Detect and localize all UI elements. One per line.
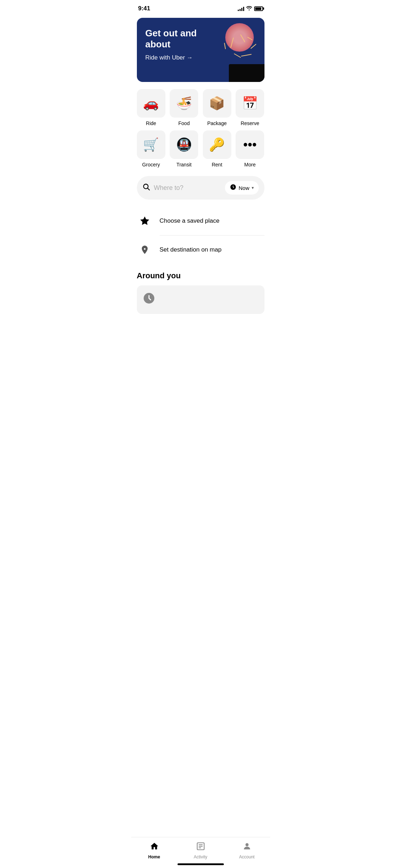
service-item-grocery[interactable]: 🛒Grocery [137,130,166,167]
hero-banner[interactable]: Get out and about Ride with Uber → [137,18,264,82]
service-item-reserve[interactable]: 📅Reserve [236,89,264,126]
svg-point-10 [245,843,248,846]
now-button[interactable]: Now ▾ [225,181,258,195]
service-icon-rent: 🔑 [203,130,231,159]
search-icon [143,183,150,193]
wifi-icon [246,6,252,11]
service-label-grocery: Grocery [142,162,160,167]
saved-place-action[interactable]: Choose a saved place [137,207,264,235]
signal-icon [238,6,244,11]
map-destination-action[interactable]: Set destination on map [137,236,264,264]
service-label-rent: Rent [212,162,222,167]
service-icon-reserve: 📅 [236,89,264,118]
battery-icon [254,6,263,11]
service-label-ride: Ride [146,120,156,126]
spark-6 [233,53,241,58]
around-card-icon [143,292,155,308]
spark-5 [224,43,226,49]
service-item-food[interactable]: 🍜Food [170,89,199,126]
main-content: 9:41 Get out and about Ride with Uber → [131,0,270,353]
tab-label-activity: Activity [194,854,207,859]
search-section: Where to? Now ▾ [131,173,270,207]
map-destination-label: Set destination on map [160,246,222,253]
tab-activity[interactable]: Activity [178,842,224,859]
tab-icon-home [150,842,159,853]
service-icon-package: 📦 [203,89,231,118]
tab-label-home: Home [148,854,160,859]
around-you-title: Around you [137,271,264,280]
status-icons [238,6,263,11]
service-icon-ride: 🚗 [137,89,165,118]
tab-icon-account [242,842,252,853]
chevron-down-icon: ▾ [252,185,254,190]
service-item-package[interactable]: 📦Package [203,89,232,126]
home-indicator [178,863,224,865]
tab-account[interactable]: Account [224,842,270,859]
service-item-more[interactable]: •••More [236,130,264,167]
search-placeholder: Where to? [154,184,222,192]
around-you-section: Around you [131,264,270,317]
tab-label-account: Account [239,854,255,859]
service-label-more: More [244,162,256,167]
svg-marker-2 [140,217,149,225]
service-icon-food: 🍜 [170,89,198,118]
service-label-food: Food [178,120,190,126]
service-icon-more: ••• [236,130,264,159]
service-item-rent[interactable]: 🔑Rent [203,130,232,167]
now-label: Now [238,185,249,191]
service-label-package: Package [207,120,227,126]
status-bar: 9:41 [131,0,270,15]
around-you-card[interactable] [137,285,264,314]
service-icon-transit: 🚇 [170,130,198,159]
service-icon-grocery: 🛒 [137,130,165,159]
status-time: 9:41 [138,5,150,12]
map-pin-icon [137,242,153,258]
quick-actions: Choose a saved place Set destination on … [131,207,270,264]
service-label-transit: Transit [176,162,191,167]
service-grid: 🚗Ride🍜Food📦Package📅Reserve🛒Grocery🚇Trans… [131,89,270,173]
hero-black-box [229,64,264,82]
spark-2 [241,54,252,56]
tab-home[interactable]: Home [131,842,178,859]
svg-point-4 [144,248,145,250]
saved-place-label: Choose a saved place [160,217,220,224]
hero-title: Get out and about [145,28,206,50]
service-item-transit[interactable]: 🚇Transit [170,130,199,167]
clock-icon [230,184,236,192]
tab-icon-activity [196,842,205,853]
service-label-reserve: Reserve [241,120,259,126]
star-icon [137,213,153,229]
search-bar[interactable]: Where to? Now ▾ [137,176,264,200]
service-item-ride[interactable]: 🚗Ride [137,89,166,126]
